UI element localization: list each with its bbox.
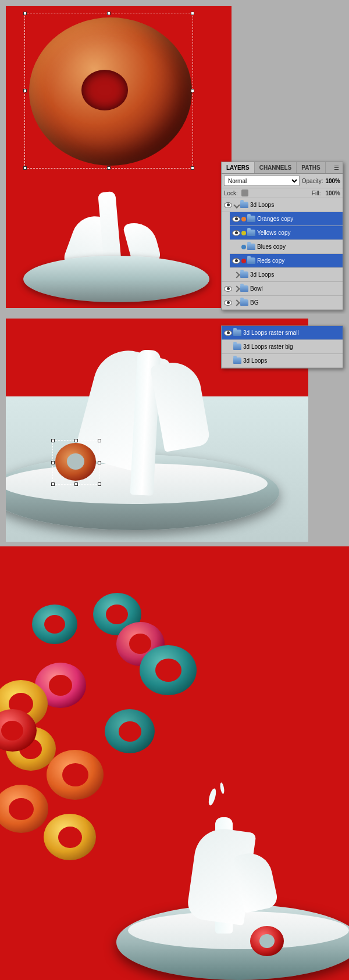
fill-value: 100% xyxy=(325,190,340,196)
folder-icon xyxy=(247,230,255,236)
sel-handle-tl xyxy=(23,12,27,15)
eye-icon[interactable] xyxy=(224,300,232,306)
folder-icon xyxy=(233,357,241,364)
layer-row[interactable]: Reds copy xyxy=(230,254,343,268)
plate-ellipse xyxy=(23,256,209,302)
sel-handle-bm xyxy=(74,482,78,486)
folder-icon xyxy=(240,285,248,292)
layer-name: Bowl xyxy=(250,285,340,292)
folder-icon xyxy=(247,244,255,250)
sel-handle-bl xyxy=(51,482,55,486)
donut-image xyxy=(23,17,198,180)
folder-icon xyxy=(240,202,248,208)
layer-row[interactable]: 3d Loops xyxy=(222,268,343,282)
canvas1 xyxy=(6,6,232,308)
cereal-loop-red-1 xyxy=(0,709,38,753)
layer-row[interactable]: Bowl xyxy=(222,282,343,296)
layer-expand-arrow[interactable] xyxy=(233,271,240,278)
tab-layers[interactable]: LAYERS xyxy=(222,162,255,173)
layer-name: Blues copy xyxy=(257,244,340,250)
eye-icon[interactable] xyxy=(232,230,240,236)
cereal-loop-orange-2 xyxy=(0,785,49,834)
sel-handle-tl xyxy=(51,439,55,442)
layer-expand-arrow[interactable] xyxy=(233,285,240,292)
cereal-loop-teal-4 xyxy=(105,709,156,754)
layer-name: 3d Loops raster small xyxy=(243,330,340,336)
folder-icon xyxy=(247,257,255,264)
layer-row[interactable]: Yellows copy xyxy=(230,226,343,240)
layer-name: Oranges copy xyxy=(257,216,340,222)
cereal-loop-teal-3 xyxy=(140,645,198,696)
layer-row[interactable]: 3d Loops xyxy=(222,354,343,368)
layer-name: 3d Loops raster big xyxy=(243,344,340,350)
cereal-loop-orange-1 xyxy=(47,750,105,801)
lock-row: Lock: Fill: 100% xyxy=(222,188,343,198)
sel-handle-tm xyxy=(74,439,78,442)
section3 xyxy=(0,546,349,980)
folder-icon xyxy=(240,299,248,306)
layer-list2: 3d Loops raster small 3d Loops raster bi… xyxy=(222,326,343,368)
layer-color-dot xyxy=(241,217,246,221)
splash-area xyxy=(6,180,232,308)
eye-icon[interactable] xyxy=(232,216,240,222)
loop-shape xyxy=(55,443,96,481)
sel-handle-bl xyxy=(23,166,27,170)
layer-name: Reds copy xyxy=(257,257,340,264)
section1: LAYERS CHANNELS PATHS ☰ Normal Opacity: … xyxy=(0,0,349,314)
section2: 3d Loops raster small 3d Loops raster bi… xyxy=(0,314,349,546)
layer-row[interactable]: 3d Loops raster small xyxy=(222,326,343,340)
tab-channels[interactable]: CHANNELS xyxy=(255,162,297,173)
opacity-value: 100% xyxy=(325,178,340,184)
layer-name: 3d Loops xyxy=(243,357,340,364)
layer-name: Yellows copy xyxy=(257,230,340,236)
panel-menu-icon[interactable]: ☰ xyxy=(330,162,343,173)
sel-handle-mr xyxy=(98,461,101,464)
layer-row[interactable]: 3d Loops xyxy=(222,198,343,212)
layer-row[interactable]: BG xyxy=(222,296,343,310)
splash-right xyxy=(150,358,211,452)
layer-name: BG xyxy=(250,299,340,306)
splash-drip-2 xyxy=(219,782,225,795)
sel-handle-ml xyxy=(51,461,55,464)
sel-handle-bm xyxy=(107,166,111,170)
fill-label: Fill: xyxy=(312,190,321,196)
panel-options-row: Normal Opacity: 100% xyxy=(222,174,343,188)
layer-color-dot xyxy=(241,245,246,249)
sel-handle-tm xyxy=(107,12,111,15)
layer-name: 3d Loops xyxy=(250,202,340,208)
layer-color-dot xyxy=(241,259,246,263)
layers-panel2: 3d Loops raster small 3d Loops raster bi… xyxy=(221,326,343,369)
splash-drip-1 xyxy=(207,788,217,806)
layer-row[interactable]: Oranges copy xyxy=(230,212,343,226)
folder-icon xyxy=(233,330,241,336)
layer-expand-arrow[interactable] xyxy=(233,202,240,208)
sel-handle-tr xyxy=(98,439,101,442)
cereal-loop xyxy=(55,443,102,487)
loop-hole xyxy=(67,453,84,470)
red-loop-bowl xyxy=(250,926,285,958)
eye-icon[interactable] xyxy=(224,286,232,292)
opacity-label: Opacity: xyxy=(302,178,323,184)
layer-row[interactable]: Blues copy xyxy=(230,240,343,254)
folder-icon xyxy=(240,271,248,278)
cereal-loop-teal-1 xyxy=(32,605,79,645)
layer-name: 3d Loops xyxy=(250,271,340,278)
sel-handle-br xyxy=(98,482,101,486)
eye-icon[interactable] xyxy=(224,330,232,336)
layer-expand-arrow[interactable] xyxy=(233,299,240,306)
layer-color-dot xyxy=(241,231,246,235)
donut-hole xyxy=(81,70,128,110)
tab-paths[interactable]: PATHS xyxy=(297,162,325,173)
eye-icon[interactable] xyxy=(224,202,232,208)
folder-icon xyxy=(247,216,255,222)
lock-label: Lock: xyxy=(224,190,238,196)
lock-icon[interactable] xyxy=(241,189,248,196)
layer-row[interactable]: 3d Loops raster big xyxy=(222,340,343,354)
sel-handle-br xyxy=(191,166,194,170)
eye-icon[interactable] xyxy=(232,258,240,264)
sel-handle-tr xyxy=(191,12,194,15)
folder-icon xyxy=(233,344,241,350)
cereal-loop-yellow-3 xyxy=(44,814,97,861)
panel-tabs: LAYERS CHANNELS PATHS ☰ xyxy=(222,162,343,174)
blend-mode-select[interactable]: Normal xyxy=(224,176,300,186)
